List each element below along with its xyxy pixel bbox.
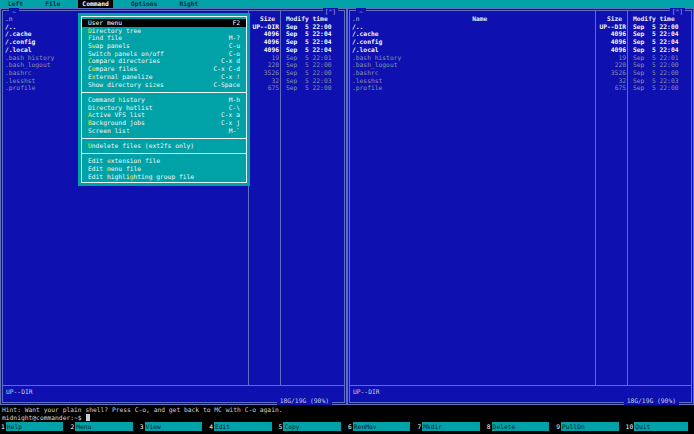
menu-item-shortcut: C-x ! bbox=[213, 73, 240, 81]
menu-item-shortcut: F2 bbox=[224, 19, 240, 27]
file-row[interactable]: /.config4096Sep 5 22:04 bbox=[350, 38, 691, 46]
menu-item-hotkey: p bbox=[115, 50, 119, 57]
column-header-size[interactable]: Size bbox=[253, 15, 282, 23]
menubar-item-right[interactable]: Right bbox=[175, 0, 202, 8]
menu-item-screen-list[interactable]: Screen listM-` bbox=[82, 127, 246, 135]
ministatus-right: UP--DIR bbox=[353, 388, 380, 396]
menu-item-swap-panels[interactable]: Swap panelsC-u bbox=[82, 42, 246, 50]
menu-item-switch-panels-on-off[interactable]: Switch panels on/offC-o bbox=[82, 50, 246, 58]
menu-item-label: Compare files bbox=[88, 65, 137, 73]
menu-item-background-jobs[interactable]: Background jobsC-x j bbox=[82, 119, 246, 127]
menu-item-active-vfs-list[interactable]: Active VFS listC-x a bbox=[82, 111, 246, 119]
fkey-label: Menu bbox=[75, 422, 133, 432]
menubar-item-options[interactable]: Options bbox=[127, 0, 162, 8]
file-row[interactable]: .profile675Sep 5 22:00 bbox=[350, 84, 691, 92]
menu-item-undelete-files-ext2fs-only[interactable]: Undelete files (ext2fs only) bbox=[82, 142, 246, 150]
menu-separator bbox=[82, 134, 246, 142]
file-size: 3526 bbox=[250, 69, 282, 77]
menu-item-external-panelize[interactable]: External panelizeC-x ! bbox=[82, 73, 246, 81]
file-mtime: Sep 5 22:04 bbox=[282, 38, 344, 46]
menu-item-hotkey: B bbox=[88, 119, 92, 126]
file-size: 19 bbox=[250, 54, 282, 62]
fkey-mkdir[interactable]: 7Mkdir bbox=[416, 422, 485, 432]
menu-item-user-menu[interactable]: User menuF2 bbox=[82, 19, 246, 27]
panel-left-dirup-button[interactable]: [^] bbox=[323, 8, 338, 16]
menu-item-shortcut: C-x C-d bbox=[205, 65, 240, 73]
file-row[interactable]: .lesshst32Sep 5 22:03 bbox=[350, 77, 691, 85]
menu-item-label: Directory hotlist bbox=[88, 104, 152, 112]
fkey-menu[interactable]: 2Menu bbox=[69, 422, 138, 432]
column-header-size[interactable]: Size bbox=[600, 15, 629, 23]
shell-prompt: midnight@commander:~$ bbox=[2, 414, 82, 422]
menu-item-shortcut bbox=[232, 142, 240, 150]
fkey-label: Help bbox=[6, 422, 64, 432]
menu-item-shortcut: M-? bbox=[221, 34, 240, 42]
menu-item-shortcut: C-u bbox=[221, 42, 240, 50]
file-row[interactable]: /.cache4096Sep 5 22:04 bbox=[350, 30, 691, 38]
menu-item-hotkey: w bbox=[92, 42, 96, 49]
menu-item-edit-menu-file[interactable]: Edit menu file bbox=[82, 165, 246, 173]
menu-item-hotkey: C bbox=[88, 57, 92, 64]
file-row[interactable]: /..UP--DIRSep 5 22:00 bbox=[350, 23, 691, 31]
fkey-edit[interactable]: 4Edit bbox=[208, 422, 277, 432]
file-name: /.. bbox=[350, 23, 597, 31]
menu-item-hotkey: z bbox=[152, 81, 156, 88]
menu-item-hotkey: h bbox=[118, 96, 122, 103]
file-row[interactable]: .bash_logout220Sep 5 22:00 bbox=[350, 61, 691, 69]
column-separator bbox=[627, 11, 628, 385]
file-row[interactable]: .bash_history19Sep 5 22:01 bbox=[350, 54, 691, 62]
menu-item-directory-hotlist[interactable]: Directory hotlistC-\ bbox=[82, 104, 246, 112]
file-mtime: Sep 5 22:00 bbox=[629, 23, 691, 31]
file-mtime: Sep 5 22:00 bbox=[282, 69, 344, 77]
menu-item-command-history[interactable]: Command historyM-h bbox=[82, 96, 246, 104]
menu-item-edit-highlighting-group-file[interactable]: Edit highlighting group file bbox=[82, 173, 246, 181]
fkey-pulldn[interactable]: 9PullDn bbox=[555, 422, 624, 432]
file-row[interactable]: /.local4096Sep 5 22:04 bbox=[350, 46, 691, 54]
sort-indicator: .n bbox=[352, 15, 360, 23]
fkey-renmov[interactable]: 6RenMov bbox=[347, 422, 416, 432]
fkey-quit[interactable]: 10Quit bbox=[625, 422, 694, 432]
panel-left-path: ~ bbox=[9, 8, 19, 16]
menubar-item-command[interactable]: Command bbox=[78, 0, 113, 8]
fkey-label: Edit bbox=[214, 422, 272, 432]
fkey-label: Delete bbox=[492, 422, 550, 432]
ministatus-separator bbox=[3, 385, 344, 386]
file-size: 675 bbox=[250, 84, 282, 92]
menu-item-label: Edit highlighting group file bbox=[88, 173, 194, 181]
column-header-mtime[interactable]: Modify time bbox=[629, 15, 691, 23]
menubar-item-file[interactable]: File bbox=[41, 0, 64, 8]
file-mtime: Sep 5 22:00 bbox=[282, 84, 344, 92]
menu-item-compare-directories[interactable]: Compare directoriesC-x d bbox=[82, 57, 246, 65]
menu-item-show-directory-sizes[interactable]: Show directory sizesC-Space bbox=[82, 81, 246, 89]
menu-item-compare-files[interactable]: Compare filesC-x C-d bbox=[82, 65, 246, 73]
menu-item-label: Directory tree bbox=[88, 27, 141, 35]
file-mtime: Sep 5 22:04 bbox=[282, 46, 344, 54]
menu-item-edit-extension-file[interactable]: Edit extension file bbox=[82, 157, 246, 165]
fkey-number: 10 bbox=[625, 422, 635, 432]
file-size: 3526 bbox=[597, 69, 629, 77]
column-header-mtime[interactable]: Modify time bbox=[282, 15, 344, 23]
ministatus-left: UP--DIR bbox=[6, 388, 33, 396]
fkey-copy[interactable]: 5Copy bbox=[278, 422, 347, 432]
menu-item-shortcut: C-\ bbox=[221, 104, 240, 112]
command-line[interactable]: midnight@commander:~$ bbox=[2, 414, 90, 422]
column-header-name[interactable]: Name bbox=[360, 15, 600, 23]
fkey-delete[interactable]: 8Delete bbox=[486, 422, 555, 432]
fkey-help[interactable]: 1Help bbox=[0, 422, 69, 432]
menu-item-shortcut: C-x a bbox=[213, 111, 240, 119]
fkey-view[interactable]: 3View bbox=[139, 422, 208, 432]
menu-item-directory-tree[interactable]: Directory tree bbox=[82, 27, 246, 35]
file-size: 4096 bbox=[597, 30, 629, 38]
ministatus-separator bbox=[350, 385, 691, 386]
panel-right-dirup-button[interactable]: [^] bbox=[670, 8, 685, 16]
file-name: .profile bbox=[350, 84, 597, 92]
file-row[interactable]: .bashrc3526Sep 5 22:00 bbox=[350, 69, 691, 77]
file-size: UP--DIR bbox=[597, 23, 629, 31]
menu-item-shortcut: C-Space bbox=[205, 81, 240, 89]
fkey-label: PullDn bbox=[561, 422, 619, 432]
menubar: LeftFileCommandOptionsRight bbox=[0, 0, 694, 8]
dropdown-menu-inner: User menuF2Directory treeFind fileM-?Swa… bbox=[81, 16, 247, 183]
file-size: 220 bbox=[597, 61, 629, 69]
menu-item-find-file[interactable]: Find fileM-? bbox=[82, 34, 246, 42]
file-size: 19 bbox=[597, 54, 629, 62]
